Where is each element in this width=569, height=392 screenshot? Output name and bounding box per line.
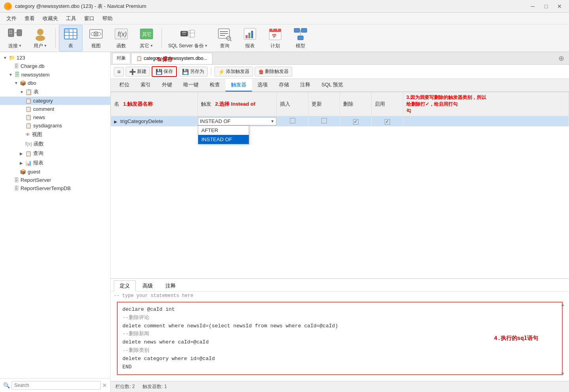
svg-point-17 bbox=[95, 33, 97, 35]
subtab-fk[interactable]: 外键 bbox=[156, 79, 178, 91]
scroll-up-button[interactable]: ▲ bbox=[560, 302, 565, 307]
option-instead-of[interactable]: INSTEAD OF bbox=[198, 135, 249, 144]
tree-item-views[interactable]: 👁 视图 bbox=[0, 130, 110, 139]
tree-item-123[interactable]: ▼ 📁 123 bbox=[0, 54, 110, 62]
tool-report[interactable]: 报表 bbox=[238, 25, 262, 51]
tool-schedule[interactable]: 📅 计划 bbox=[263, 25, 287, 51]
save-button[interactable]: 💾 保存 bbox=[152, 66, 177, 77]
new-button[interactable]: ➕ 新建 bbox=[126, 67, 150, 77]
tree-item-sysdiagrams[interactable]: 📋 sysdiagrams bbox=[0, 121, 110, 130]
close-button[interactable]: ✕ bbox=[554, 2, 565, 10]
maximize-button[interactable]: □ bbox=[541, 2, 552, 10]
subtab-options[interactable]: 选项 bbox=[252, 79, 273, 91]
code-line-2: --删除评论 bbox=[122, 314, 557, 322]
enabled-cb-cell[interactable] bbox=[372, 116, 403, 127]
add-trigger-button[interactable]: ⚡ 添加触发器 bbox=[214, 67, 253, 77]
svg-rect-37 bbox=[246, 35, 248, 38]
action-sep bbox=[211, 68, 211, 76]
subtab-columns[interactable]: 栏位 bbox=[114, 79, 135, 91]
dropdown-arrow-icon: ▼ bbox=[270, 119, 274, 123]
col-enabled: 启用 bbox=[372, 92, 403, 116]
menu-window[interactable]: 窗口 bbox=[80, 13, 98, 24]
dropdown-menu: AFTER INSTEAD OF bbox=[198, 125, 249, 144]
menu-button[interactable]: ≡ bbox=[114, 67, 124, 77]
tool-function[interactable]: f(x) 函数 bbox=[109, 25, 133, 51]
tool-table[interactable]: 表 bbox=[59, 25, 83, 51]
col-trigger: 触发 2.选择 Instead of bbox=[198, 92, 277, 116]
tree-item-reportservertempdb[interactable]: 🗄 ReportServerTempDB bbox=[0, 184, 110, 192]
tree-item-comment[interactable]: 📋 comment bbox=[0, 105, 110, 113]
del-trigger-button[interactable]: 🗑 删除触发器 bbox=[255, 67, 292, 77]
update-checkbox[interactable] bbox=[321, 118, 327, 123]
scroll-down-button[interactable]: ▼ bbox=[560, 371, 565, 377]
trigger-name-cell: ▶ trigCategoryDelete bbox=[111, 116, 198, 127]
backup-icon bbox=[180, 27, 196, 42]
search-input[interactable] bbox=[11, 381, 101, 390]
subtab-sql[interactable]: SQL 预览 bbox=[316, 79, 349, 91]
subtab-triggers[interactable]: 触发器 bbox=[225, 79, 252, 91]
tree-item-dbo[interactable]: ▼ 📦 dbo bbox=[0, 79, 110, 87]
menu-favorites[interactable]: 收藏夹 bbox=[39, 13, 62, 24]
search-clear-button[interactable]: ✕ bbox=[102, 382, 107, 388]
col-delete: 删除 bbox=[340, 92, 372, 116]
svg-rect-46 bbox=[301, 28, 307, 32]
tree-item-tables-folder[interactable]: ▼ 📋 表 bbox=[0, 87, 110, 97]
svg-point-8 bbox=[36, 35, 45, 41]
delete-checkbox[interactable] bbox=[353, 119, 359, 125]
tool-backup[interactable]: SQL Server 备份 ▼ bbox=[165, 25, 211, 51]
tab-object[interactable]: 对象 bbox=[112, 53, 130, 63]
bottom-tab-advanced[interactable]: 高级 bbox=[137, 280, 159, 291]
subtab-storage[interactable]: 存储 bbox=[273, 79, 295, 91]
trigger-type-dropdown[interactable]: INSTEAD OF ▼ bbox=[198, 117, 276, 125]
search-icon: 🔍 bbox=[3, 382, 10, 388]
model-icon bbox=[293, 27, 308, 42]
delete-cb-cell[interactable] bbox=[340, 116, 372, 127]
menu-tools[interactable]: 工具 bbox=[62, 13, 80, 24]
code-editor[interactable]: declare @caId int --删除评论 delete comment … bbox=[117, 302, 563, 375]
tree-item-queries[interactable]: ▶ 📋 查询 bbox=[0, 149, 110, 158]
tool-view[interactable]: 视图 bbox=[84, 25, 108, 51]
subtab-indexes[interactable]: 索引 bbox=[135, 79, 156, 91]
option-after[interactable]: AFTER bbox=[198, 126, 249, 135]
menu-file[interactable]: 文件 bbox=[2, 13, 21, 24]
tool-user[interactable]: 用户 ▼ bbox=[28, 25, 52, 51]
field-count: 栏位数: 2 bbox=[115, 383, 135, 390]
tool-model[interactable]: 模型 bbox=[289, 25, 312, 51]
trigger-type-cell[interactable]: INSTEAD OF ▼ AFTER INSTEAD OF bbox=[198, 116, 277, 127]
enabled-checkbox[interactable] bbox=[385, 119, 390, 125]
table-row[interactable]: ▶ trigCategoryDelete INSTEAD OF ▼ bbox=[111, 116, 569, 127]
rs-icon: 🗄 bbox=[14, 177, 19, 183]
menu-help[interactable]: 帮助 bbox=[98, 13, 116, 24]
subtab-unique[interactable]: 唯一键 bbox=[178, 79, 204, 91]
bottom-tab-define[interactable]: 定义 bbox=[114, 280, 136, 291]
tool-connect[interactable]: 连接 ▼ bbox=[3, 25, 27, 51]
view-icon bbox=[88, 27, 104, 42]
tree-item-newssystem[interactable]: ▼ 🗄 newssystem bbox=[0, 70, 110, 79]
tool-func-label: 函数 bbox=[116, 43, 126, 49]
tree-item-guest[interactable]: 📦 guest bbox=[0, 168, 110, 176]
tool-view-label: 视图 bbox=[91, 43, 101, 49]
subtab-comment[interactable]: 注释 bbox=[295, 79, 316, 91]
minimize-button[interactable]: ─ bbox=[527, 2, 538, 10]
tree-item-reportserver[interactable]: 🗄 ReportServer bbox=[0, 176, 110, 184]
saveas-button[interactable]: 💾 另存为 bbox=[178, 67, 208, 77]
col-update: 更新 bbox=[308, 92, 340, 116]
tree-item-news[interactable]: 📋 news bbox=[0, 113, 110, 121]
trigger-table: 名 1.触发器名称 触发 2.选择 Instead of 插入 更新 bbox=[111, 92, 569, 127]
tab-add-button[interactable]: ⊕ bbox=[555, 54, 567, 63]
subtab-check[interactable]: 检查 bbox=[204, 79, 225, 91]
tool-other[interactable]: 其它 其它 ▼ bbox=[135, 25, 158, 51]
tab-category[interactable]: 📋 category @newssystem.dbo... bbox=[131, 53, 212, 64]
code-container: declare @caId int --删除评论 delete comment … bbox=[111, 300, 569, 381]
tree-item-chargedb[interactable]: 🗄 Charge.db bbox=[0, 62, 110, 70]
tree-item-category[interactable]: 📋 category bbox=[0, 97, 110, 105]
content: 对象 📋 category @newssystem.dbo... ⊕ ≡ ➕ 新… bbox=[111, 52, 569, 392]
update-cb-cell[interactable] bbox=[308, 116, 340, 127]
tool-query[interactable]: 查询 bbox=[213, 25, 237, 51]
bottom-tab-annotation[interactable]: 注释 bbox=[160, 280, 182, 291]
insert-checkbox[interactable] bbox=[290, 118, 295, 123]
tree-item-reports[interactable]: ▶ 📊 报表 bbox=[0, 158, 110, 168]
tree-item-functions[interactable]: f(x) 函数 bbox=[0, 139, 110, 149]
menu-view[interactable]: 查看 bbox=[21, 13, 39, 24]
insert-cb-cell[interactable] bbox=[277, 116, 308, 127]
